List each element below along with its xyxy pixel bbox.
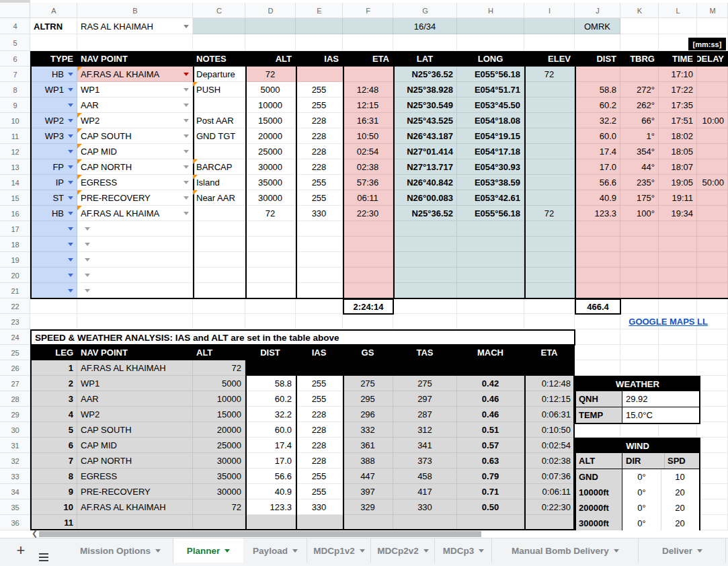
elev-cell-9[interactable]: [524, 97, 575, 113]
cell-F4[interactable]: [343, 18, 393, 34]
long-cell-7[interactable]: E055°56.18: [457, 67, 524, 82]
leg-gs-cell-30[interactable]: 332: [343, 422, 393, 438]
cell-H4[interactable]: [457, 18, 524, 34]
alt-cell-9[interactable]: 10000: [245, 97, 296, 113]
row-header-32[interactable]: 32: [0, 453, 30, 469]
cell-E4[interactable]: [296, 18, 343, 34]
notes-cell-21[interactable]: [193, 283, 245, 298]
dist-cell-13[interactable]: 17.0: [575, 159, 620, 175]
eta-cell-9[interactable]: 12:15: [343, 97, 393, 113]
long-cell-8[interactable]: E054°51.71: [457, 82, 524, 97]
dropdown-caret-icon[interactable]: [68, 134, 73, 138]
tab-caret-icon[interactable]: [360, 549, 365, 553]
long-cell-17[interactable]: [457, 221, 524, 237]
row-header-34[interactable]: 34: [0, 484, 30, 499]
notes-cell-18[interactable]: [193, 237, 245, 252]
ias-cell-18[interactable]: [296, 237, 343, 252]
dropdown-caret-icon[interactable]: [184, 212, 189, 215]
eta-cell-11[interactable]: 10:50: [343, 128, 393, 144]
cell-A23[interactable]: [30, 314, 77, 329]
cell-H22[interactable]: [457, 298, 524, 314]
delay-cell-18[interactable]: [697, 237, 728, 252]
horizontal-scrollbar[interactable]: ❮: [0, 530, 728, 538]
leg-mach-cell-31[interactable]: 0.57: [457, 438, 524, 453]
cell-L30[interactable]: [659, 422, 697, 438]
row-header-11[interactable]: 11: [0, 128, 30, 144]
flight-header-type[interactable]: TYPE: [30, 51, 77, 67]
leg-cell-33[interactable]: 8: [30, 469, 77, 484]
cell-A5[interactable]: [30, 34, 77, 51]
elev-cell-15[interactable]: [524, 190, 575, 206]
wind-level-label[interactable]: GND: [576, 469, 622, 485]
tbrg-cell-12[interactable]: 354°: [620, 144, 659, 159]
leg-nav-cell-31[interactable]: CAP MID: [77, 438, 193, 453]
leg-ias-cell-27[interactable]: 255: [296, 376, 343, 391]
notes-cell-7[interactable]: Departure: [193, 67, 245, 82]
leg-tas-cell-35[interactable]: 330: [393, 499, 457, 515]
delay-cell-12[interactable]: [697, 144, 728, 159]
flight-header-elev[interactable]: ELEV: [524, 51, 575, 67]
alt-cell-15[interactable]: 30000: [245, 190, 296, 206]
cell-M26[interactable]: [697, 360, 728, 376]
tab-manual-bomb-delivery[interactable]: Manual Bomb Delivery: [492, 538, 639, 563]
tab-deliver[interactable]: Deliver: [639, 538, 726, 563]
alt-cell-13[interactable]: 30000: [245, 159, 296, 175]
leg-header-mach[interactable]: MACH: [457, 345, 524, 360]
tab-caret-icon[interactable]: [423, 549, 429, 553]
flight-header-long[interactable]: LONG: [457, 51, 524, 67]
delay-cell-7[interactable]: [697, 67, 728, 82]
alt-cell-11[interactable]: 20000: [245, 128, 296, 144]
elev-cell-17[interactable]: [524, 221, 575, 237]
tbrg-cell-13[interactable]: 44°: [620, 159, 659, 175]
leg-tas-cell-28[interactable]: 297: [393, 391, 457, 407]
lat-cell-9[interactable]: N25°30.549: [393, 97, 457, 113]
leg-mach-cell-34[interactable]: 0.71: [457, 484, 524, 499]
notes-cell-13[interactable]: BARCAP: [193, 159, 245, 175]
nav-point-cell-9[interactable]: AAR: [77, 97, 193, 113]
dropdown-caret-icon[interactable]: [68, 258, 73, 261]
tab-payload[interactable]: Payload: [243, 538, 307, 563]
cell-K25[interactable]: [620, 345, 659, 360]
cell-C5[interactable]: [193, 34, 245, 51]
leg-gs-cell-35[interactable]: 329: [343, 499, 393, 515]
leg-gs-cell-36[interactable]: [343, 515, 393, 530]
flight-header-delay[interactable]: DELAY: [697, 51, 728, 67]
cell-F23[interactable]: [343, 314, 393, 329]
cell-K22[interactable]: [620, 298, 659, 314]
elev-cell-20[interactable]: [524, 268, 575, 283]
ias-cell-17[interactable]: [296, 221, 343, 237]
leg-mach-cell-29[interactable]: 0.46: [457, 407, 524, 422]
tab-mdcp3[interactable]: MDCp3: [435, 538, 492, 563]
leg-dist-cell-29[interactable]: 32.2: [245, 407, 296, 422]
notes-cell-17[interactable]: [193, 221, 245, 237]
wind-dir-value[interactable]: 0°: [622, 485, 661, 500]
tbrg-cell-20[interactable]: [620, 268, 659, 283]
ias-cell-20[interactable]: [296, 268, 343, 283]
leg-header-gs[interactable]: GS: [343, 345, 393, 360]
cell-J26[interactable]: [575, 360, 620, 376]
leg-eta-cell-31[interactable]: 0:02:54: [524, 438, 575, 453]
column-header-E[interactable]: E: [296, 3, 343, 18]
row-header-20[interactable]: 20: [0, 268, 30, 283]
eta-cell-16[interactable]: 22:30: [343, 206, 393, 221]
notes-cell-14[interactable]: Island: [193, 175, 245, 190]
leg-tas-cell-34[interactable]: 417: [393, 484, 457, 499]
ias-cell-10[interactable]: 228: [296, 113, 343, 128]
cell-B22[interactable]: [77, 298, 193, 314]
time-cell-14[interactable]: 19:05: [659, 175, 697, 190]
scroll-left-icon[interactable]: ❮: [32, 529, 38, 538]
alt-cell-7[interactable]: 72: [245, 67, 296, 82]
leg-header-nav-point[interactable]: NAV POINT: [77, 345, 193, 360]
lat-cell-11[interactable]: N26°43.187: [393, 128, 457, 144]
leg-ias-cell-30[interactable]: 228: [296, 422, 343, 438]
leg-header-eta[interactable]: ETA: [524, 345, 575, 360]
ias-cell-19[interactable]: [296, 252, 343, 268]
notes-cell-9[interactable]: [193, 97, 245, 113]
cell-G23[interactable]: [393, 314, 457, 329]
time-cell-18[interactable]: [659, 237, 697, 252]
ias-cell-11[interactable]: 228: [296, 128, 343, 144]
flight-header-eta[interactable]: ETA: [343, 51, 393, 67]
lat-cell-20[interactable]: [393, 268, 457, 283]
long-cell-10[interactable]: E054°18.08: [457, 113, 524, 128]
row-header-22[interactable]: 22: [0, 298, 30, 314]
